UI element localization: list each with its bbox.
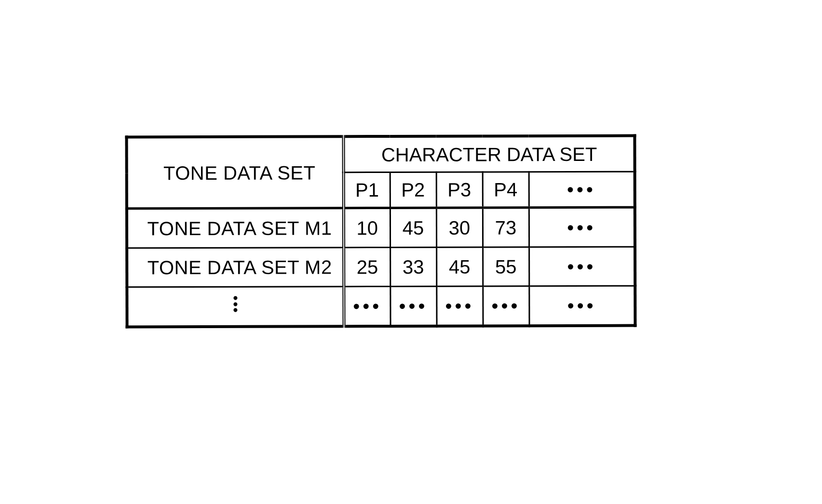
column-group-title: CHARACTER DATA SET xyxy=(343,136,634,172)
cell-value: 30 xyxy=(436,208,483,247)
table-row: TONE DATA SET M1 10 45 30 73 ••• xyxy=(127,207,635,248)
cell-value: 10 xyxy=(344,208,390,247)
cell-value: 33 xyxy=(390,247,436,286)
column-header-p4: P4 xyxy=(483,172,529,208)
cell-more: ••• xyxy=(529,247,635,286)
column-header-p2: P2 xyxy=(390,172,436,208)
cell-value: 73 xyxy=(483,208,529,247)
row-label: TONE DATA SET M2 xyxy=(127,248,344,287)
tone-character-table: TONE DATA SET CHARACTER DATA SET P1 P2 P… xyxy=(125,134,636,329)
cell-value: 45 xyxy=(436,247,483,286)
cell-value: 45 xyxy=(390,208,436,247)
table-container: TONE DATA SET CHARACTER DATA SET P1 P2 P… xyxy=(125,134,636,329)
table-row-more: • • • ••• ••• ••• ••• ••• xyxy=(127,286,635,327)
row-label-more: • • • xyxy=(127,287,344,327)
cell-more: ••• xyxy=(436,286,483,326)
cell-more: ••• xyxy=(344,286,390,326)
column-header-p1: P1 xyxy=(344,172,390,208)
cell-value: 25 xyxy=(344,247,390,286)
column-header-more: ••• xyxy=(529,172,635,208)
row-header-title: TONE DATA SET xyxy=(126,136,343,209)
cell-more: ••• xyxy=(529,286,635,326)
column-header-p3: P3 xyxy=(436,172,483,208)
cell-more: ••• xyxy=(483,286,529,326)
vertical-ellipsis-icon: • • • xyxy=(233,295,238,314)
cell-value: 55 xyxy=(483,247,529,286)
cell-more: ••• xyxy=(529,207,635,247)
row-label: TONE DATA SET M1 xyxy=(127,208,344,248)
table-row: TONE DATA SET M2 25 33 45 55 ••• xyxy=(127,247,635,287)
cell-more: ••• xyxy=(390,286,436,326)
